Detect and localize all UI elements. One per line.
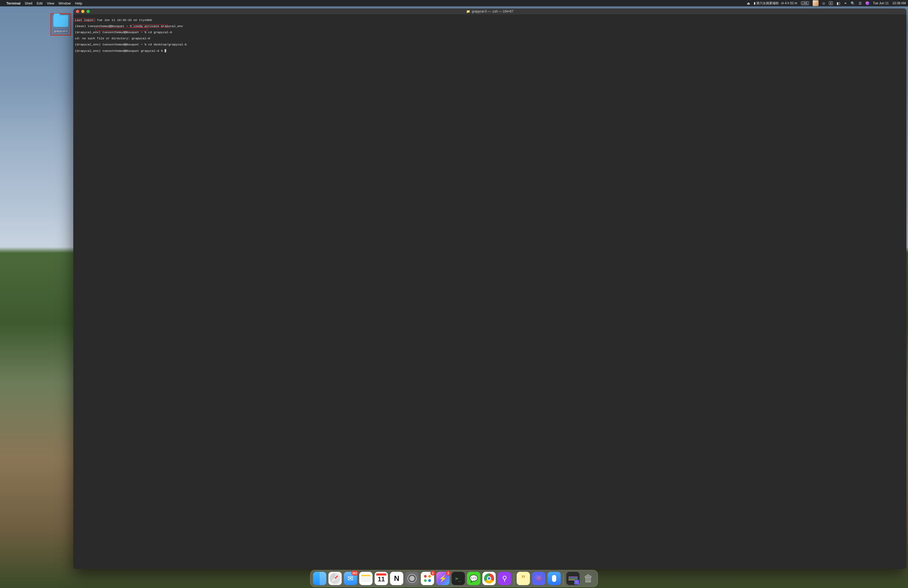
discord-overlay-icon: 👾 — [574, 580, 579, 585]
dock-trash[interactable]: 🗑 — [582, 572, 595, 585]
badge-reminders: 2 — [430, 571, 435, 575]
minimize-button[interactable] — [81, 10, 84, 13]
terminal-title: 📁 grapycal-0 — -zsh — 194×67 — [73, 10, 906, 13]
dock-app-reminders[interactable]: 2 — [421, 572, 434, 585]
terminal-line: (base) toesonthemud@Bouquet ~ % conda ac… — [75, 25, 905, 28]
status-timer[interactable]: ▮ 第六次就業補助 · in 4 h 52 m — [754, 1, 797, 6]
dock-app-safari[interactable] — [328, 572, 342, 585]
badge-messenger: 3 — [446, 571, 451, 575]
dock-app-discord[interactable]: 👾 — [532, 572, 545, 585]
cursor-icon — [164, 49, 166, 52]
menubar-time[interactable]: 10:38 AM — [892, 1, 906, 5]
menu-window[interactable]: Window — [59, 1, 71, 5]
zoom-button[interactable] — [87, 10, 90, 13]
siri-icon[interactable] — [866, 1, 869, 5]
terminal-line: cd: no such file or directory: grapycal-… — [75, 37, 905, 40]
menubar-left: Terminal Shell Edit View Window Help — [2, 1, 82, 5]
screen-mirroring-icon[interactable]: ⏏ — [747, 2, 750, 5]
menu-view[interactable]: View — [47, 1, 55, 5]
dock: ✉262 11 N 2 ⚡3 >_ 💬 ⚲ ” 👾 👾 🗑 — [310, 570, 598, 587]
dock-app-messenger[interactable]: ⚡3 — [436, 572, 449, 585]
window-controls — [76, 10, 90, 13]
folder-icon — [53, 15, 68, 27]
terminal-body[interactable]: Last login: Tue Jun 11 10:35:33 on ttys0… — [73, 14, 906, 569]
dock-app-voice[interactable] — [547, 572, 561, 585]
line-status-icon[interactable]: LINE — [801, 1, 809, 5]
menu-shell[interactable]: Shell — [25, 1, 32, 5]
link-icon[interactable]: ⚭ — [844, 2, 847, 5]
terminal-title-text: grapycal-0 — -zsh — 194×67 — [472, 10, 513, 13]
terminal-title-bar[interactable]: 📁 grapycal-0 — -zsh — 194×67 — [73, 8, 906, 14]
menu-edit[interactable]: Edit — [37, 1, 42, 5]
dock-app-settings[interactable] — [406, 572, 419, 585]
folder-icon: 📁 — [466, 10, 470, 13]
terminal-line: (Grapycal_env) toesonthemud@Bouquet ~ % … — [75, 43, 905, 46]
annotation-box-folder: grapycal-0 — [50, 13, 71, 35]
dock-app-podcasts[interactable]: ⚲ — [498, 572, 511, 585]
status-timer-text: 第六次就業補助 · in 4 h 52 m — [757, 1, 797, 5]
dock-app-notes[interactable] — [359, 572, 372, 585]
media-play-icon[interactable]: ⊙ — [822, 2, 825, 5]
menu-help[interactable]: Help — [75, 1, 82, 5]
dock-app-line[interactable]: 💬 — [467, 572, 480, 585]
dock-app-stickies[interactable]: ” — [517, 572, 530, 585]
menubar-app-name[interactable]: Terminal — [6, 1, 21, 5]
dock-recent-file[interactable]: 👾 — [566, 572, 580, 585]
search-icon[interactable]: 🔍 — [851, 2, 855, 5]
dock-app-finder[interactable] — [313, 572, 326, 585]
terminal-prompt-text: (Grapycal_env) toesonthemud@Bouquet grap… — [75, 49, 164, 53]
desktop-folder-grapycal[interactable]: grapycal-0 — [50, 13, 71, 35]
dock-app-chrome[interactable] — [482, 572, 496, 585]
calendar-day: 11 — [378, 575, 385, 583]
terminal-line: (Grapycal_env) toesonthemud@Bouquet ~ % … — [75, 31, 905, 34]
dock-app-notion[interactable]: N — [390, 572, 403, 585]
battery-icon[interactable]: ▮▯ — [837, 2, 840, 5]
badge-mail: 262 — [351, 571, 358, 575]
menubar-date[interactable]: Tue Jun 11 — [873, 1, 889, 5]
control-center-icon[interactable]: ☰ — [859, 2, 862, 5]
terminal-prompt-line: (Grapycal_env) toesonthemud@Bouquet grap… — [75, 49, 905, 53]
close-button[interactable] — [76, 10, 79, 13]
user-avatar-icon[interactable] — [813, 0, 818, 6]
dock-app-mail[interactable]: ✉262 — [344, 572, 357, 585]
terminal-window: 📁 grapycal-0 — -zsh — 194×67 Last login:… — [73, 8, 906, 569]
dock-app-terminal[interactable]: >_ — [452, 572, 465, 585]
desktop-folder-label: grapycal-0 — [53, 29, 68, 33]
terminal-line: Last login: Tue Jun 11 10:35:33 on ttys0… — [75, 19, 905, 22]
dock-app-calendar[interactable]: 11 — [375, 572, 388, 585]
input-source-icon[interactable]: A — [829, 1, 833, 5]
menubar-right: ⏏ ▮ 第六次就業補助 · in 4 h 52 m LINE ⊙ A ▮▯ ⚭ … — [747, 0, 906, 6]
menubar: Terminal Shell Edit View Window Help ⏏ ▮… — [0, 0, 908, 6]
